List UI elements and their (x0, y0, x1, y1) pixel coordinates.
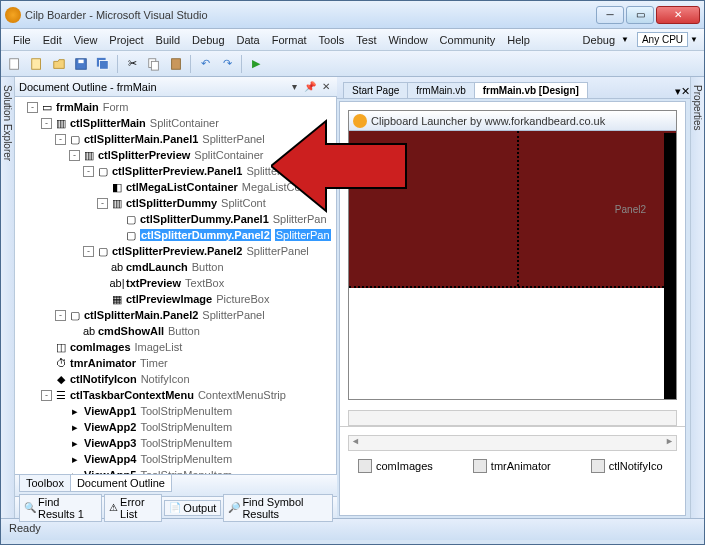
solution-config[interactable]: Debug (577, 32, 621, 48)
dropdown-icon[interactable]: ▾ (287, 80, 301, 94)
node-type: ToolStripMenuItem (140, 405, 232, 417)
menu-debug[interactable]: Debug (186, 32, 230, 48)
menu-icon: ☰ (54, 388, 68, 402)
solution-explorer-tab[interactable]: Solution Explorer (2, 81, 13, 165)
tray-comimages[interactable]: comImages (358, 459, 433, 473)
bottom-tool-tabs: 🔍Find Results 1 ⚠Error List 📄Output 🔎Fin… (15, 496, 337, 518)
tab-find-results[interactable]: 🔍Find Results 1 (19, 494, 102, 522)
tree-node-ctlSplitterMain-Panel1[interactable]: -▢ctlSplitterMain.Panel1SplitterPanel (15, 131, 336, 147)
splitter-dummy-divider[interactable] (349, 131, 519, 286)
expand-icon[interactable]: - (83, 246, 94, 257)
tree-node-ctlSplitterPreview[interactable]: -▥ctlSplitterPreviewSplitContainer (15, 147, 336, 163)
tree-node-ctlSplitterDummy-Panel1[interactable]: ▢ctlSplitterDummy.Panel1SplitterPan (15, 211, 336, 227)
minimize-button[interactable]: ─ (596, 6, 624, 24)
document-tabs: Start Page frmMain.vb frmMain.vb [Design… (337, 77, 690, 99)
tray-scrollbar[interactable] (348, 435, 677, 451)
expand-icon[interactable]: - (69, 150, 80, 161)
tree-node-ctlSplitterMain-Panel2[interactable]: -▢ctlSplitterMain.Panel2SplitterPanel (15, 307, 336, 323)
tree-node-ctlNotifyIcon[interactable]: ◆ctlNotifyIconNotifyIcon (15, 371, 336, 387)
pin-icon[interactable]: 📌 (303, 80, 317, 94)
expand-icon[interactable]: - (41, 390, 52, 401)
paste-icon[interactable] (166, 54, 186, 74)
menu-build[interactable]: Build (150, 32, 186, 48)
form-designer[interactable]: Clipboard Launcher by www.forkandbeard.c… (339, 101, 686, 516)
tree-node-ctlPreviewImage[interactable]: ▦ctlPreviewImagePictureBox (15, 291, 336, 307)
tree-node-ViewApp5[interactable]: ▸ViewApp5ToolStripMenuItem (15, 467, 336, 474)
tab-code[interactable]: frmMain.vb (407, 82, 474, 98)
close-button[interactable]: ✕ (656, 6, 700, 24)
expand-icon[interactable]: - (83, 166, 94, 177)
menu-community[interactable]: Community (434, 32, 502, 48)
menu-bar: File Edit View Project Build Debug Data … (1, 29, 704, 51)
tab-error-list[interactable]: ⚠Error List (104, 494, 162, 522)
maximize-button[interactable]: ▭ (626, 6, 654, 24)
close-panel-icon[interactable]: ✕ (319, 80, 333, 94)
expand-icon[interactable]: - (41, 118, 52, 129)
form-canvas[interactable]: Clipboard Launcher by www.forkandbeard.c… (348, 110, 677, 400)
save-icon[interactable] (71, 54, 91, 74)
outline-tree[interactable]: -▭frmMainForm-▥ctlSplitterMainSplitConta… (15, 97, 337, 474)
designer-hscroll[interactable] (348, 410, 677, 426)
menu-window[interactable]: Window (382, 32, 433, 48)
expand-icon[interactable]: - (55, 134, 66, 145)
tree-node-ctlTaskbarContextMenu[interactable]: -☰ctlTaskbarContextMenuContextMenuStrip (15, 387, 336, 403)
expand-icon[interactable]: - (27, 102, 38, 113)
node-type: SplitterPanel (202, 309, 264, 321)
menu-data[interactable]: Data (231, 32, 266, 48)
tab-document-outline[interactable]: Document Outline (70, 475, 172, 492)
tree-node-comImages[interactable]: ◫comImagesImageList (15, 339, 336, 355)
menu-help[interactable]: Help (501, 32, 536, 48)
menu-project[interactable]: Project (103, 32, 149, 48)
tree-node-ctlSplitterDummy-Panel2[interactable]: ▢ctlSplitterDummy.Panel2SplitterPan (15, 227, 336, 243)
tree-node-cmdShowAll[interactable]: abcmdShowAllButton (15, 323, 336, 339)
tab-output[interactable]: 📄Output (164, 500, 221, 516)
tree-node-ctlSplitterMain[interactable]: -▥ctlSplitterMainSplitContainer (15, 115, 336, 131)
tree-node-ctlSplitterDummy[interactable]: -▥ctlSplitterDummySplitCont (15, 195, 336, 211)
splitter-preview-panel1[interactable]: Panel2 (349, 131, 676, 288)
properties-tab[interactable]: Properties (692, 81, 703, 135)
tree-node-cmdLaunch[interactable]: abcmdLaunchButton (15, 259, 336, 275)
menu-file[interactable]: File (7, 32, 37, 48)
app-icon (5, 7, 21, 23)
menu-format[interactable]: Format (266, 32, 313, 48)
splitter-preview-panel2[interactable] (349, 288, 676, 399)
copy-icon[interactable] (144, 54, 164, 74)
tab-find-symbol[interactable]: 🔎Find Symbol Results (223, 494, 333, 522)
tree-node-txtPreview[interactable]: ab|txtPreviewTextBox (15, 275, 336, 291)
split-icon: ▥ (54, 116, 68, 130)
tree-node-ViewApp4[interactable]: ▸ViewApp4ToolStripMenuItem (15, 451, 336, 467)
start-debug-icon[interactable]: ▶ (246, 54, 266, 74)
redo-icon[interactable]: ↷ (217, 54, 237, 74)
tree-node-ViewApp3[interactable]: ▸ViewApp3ToolStripMenuItem (15, 435, 336, 451)
new-project-icon[interactable] (5, 54, 25, 74)
tree-node-ctlMegaListContainer[interactable]: ◧ctlMegaListContainerMegaListCon (15, 179, 336, 195)
tree-node-ctlSplitterPreview-Panel2[interactable]: -▢ctlSplitterPreview.Panel2SplitterPanel (15, 243, 336, 259)
menu-test[interactable]: Test (350, 32, 382, 48)
tray-ctlnotifyicon[interactable]: ctlNotifyIco (591, 459, 663, 473)
menu-tools[interactable]: Tools (313, 32, 351, 48)
tree-node-ViewApp1[interactable]: ▸ViewApp1ToolStripMenuItem (15, 403, 336, 419)
tab-start-page[interactable]: Start Page (343, 82, 408, 98)
tree-node-tmrAnimator[interactable]: ⏱tmrAnimatorTimer (15, 355, 336, 371)
mi-icon: ▸ (68, 452, 82, 466)
expand-icon[interactable]: - (55, 310, 66, 321)
tab-design[interactable]: frmMain.vb [Design] (474, 82, 588, 98)
save-all-icon[interactable] (93, 54, 113, 74)
panel-icon: ▢ (124, 212, 138, 226)
node-name: frmMain (56, 101, 99, 113)
platform-selector[interactable]: Any CPU (637, 32, 688, 47)
expand-icon[interactable]: - (97, 198, 108, 209)
undo-icon[interactable]: ↶ (195, 54, 215, 74)
splitter-main-panel2[interactable] (664, 133, 676, 399)
tree-node-ViewApp2[interactable]: ▸ViewApp2ToolStripMenuItem (15, 419, 336, 435)
tree-node-frmMain[interactable]: -▭frmMainForm (15, 99, 336, 115)
menu-view[interactable]: View (68, 32, 104, 48)
tabs-close-icon[interactable]: ✕ (681, 85, 690, 98)
open-icon[interactable] (49, 54, 69, 74)
tab-toolbox[interactable]: Toolbox (19, 475, 71, 492)
tree-node-ctlSplitterPreview-Panel1[interactable]: -▢ctlSplitterPreview.Panel1SplitterPan (15, 163, 336, 179)
cut-icon[interactable]: ✂ (122, 54, 142, 74)
tray-tmranimator[interactable]: tmrAnimator (473, 459, 551, 473)
menu-edit[interactable]: Edit (37, 32, 68, 48)
add-item-icon[interactable] (27, 54, 47, 74)
